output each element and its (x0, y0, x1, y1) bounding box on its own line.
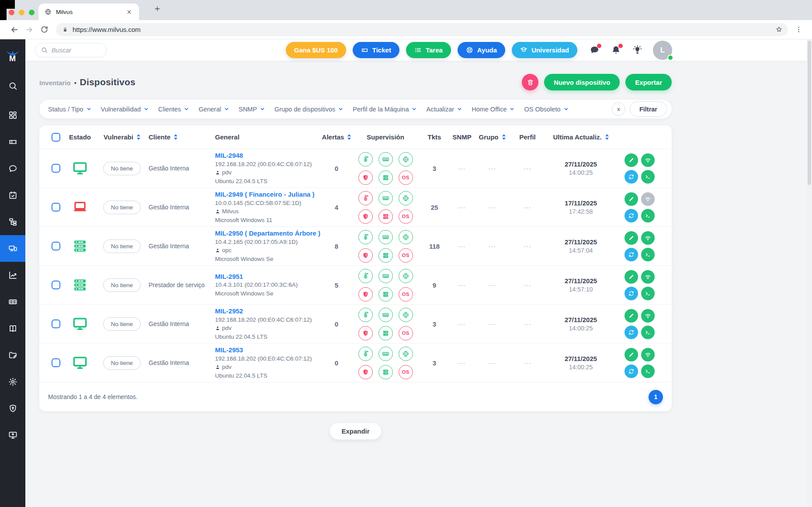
export-button[interactable]: Exportar (625, 74, 672, 90)
supervision-temperature[interactable] (358, 308, 373, 322)
bell-notifications-icon[interactable] (611, 45, 621, 55)
connection-status-button[interactable] (641, 270, 655, 284)
expand-button[interactable]: Expandir (330, 423, 381, 440)
sync-device-button[interactable] (625, 170, 638, 184)
supervision-temperature[interactable] (358, 152, 373, 167)
supervision-temperature[interactable] (358, 191, 373, 205)
delete-devices-button[interactable] (522, 74, 538, 90)
supervision-os[interactable]: OS (399, 170, 413, 185)
supervision-disk[interactable] (378, 248, 393, 263)
terminal-button[interactable] (641, 209, 655, 222)
sidebar-item-projects[interactable] (0, 342, 25, 368)
search-input[interactable]: Buscar (35, 43, 107, 57)
connection-status-button[interactable] (641, 348, 655, 361)
column-header-grupo[interactable]: Grupo (475, 133, 509, 141)
page-number-button[interactable]: 1 (649, 390, 663, 404)
university-button[interactable]: Universidad (512, 42, 577, 58)
device-name-link[interactable]: MIL-2948 (215, 152, 243, 159)
browser-menu-icon[interactable] (792, 25, 805, 34)
filter-snmp[interactable]: SNMP (239, 106, 265, 113)
new-tab-button[interactable] (151, 5, 163, 13)
supervision-antivirus[interactable] (358, 209, 373, 224)
sidebar-item-search[interactable] (0, 73, 25, 99)
user-avatar[interactable]: L (653, 41, 672, 60)
maximize-window-button[interactable] (29, 10, 35, 15)
clear-filters-button[interactable]: x (612, 102, 625, 116)
lightbulb-ideas-icon[interactable] (632, 45, 642, 55)
scrollbar-thumb[interactable] (808, 41, 811, 185)
terminal-button[interactable] (641, 365, 655, 378)
device-name-link[interactable]: MIL-2949 ( Financeiro - Juliana ) (215, 191, 315, 198)
sort-arrows-icon[interactable] (605, 134, 609, 140)
sidebar-item-chat[interactable] (0, 155, 25, 182)
filter-grupo-de-dispositivos[interactable]: Grupo de dispositivos (274, 106, 344, 113)
filter-general[interactable]: General (198, 106, 229, 113)
supervision-cpu[interactable] (399, 152, 413, 167)
filter-os-obsoleto[interactable]: OS Obsoleto (524, 106, 569, 113)
tab-close-icon[interactable] (125, 8, 133, 16)
sort-arrows-icon[interactable] (174, 134, 177, 140)
device-name-link[interactable]: MIL-2952 (215, 307, 243, 315)
device-name-link[interactable]: MIL-2953 (215, 346, 243, 354)
supervision-memory[interactable] (378, 152, 393, 167)
sidebar-item-settings[interactable] (0, 368, 25, 395)
terminal-button[interactable] (641, 170, 655, 184)
terminal-button[interactable] (641, 248, 655, 261)
row-checkbox[interactable] (52, 358, 60, 367)
supervision-antivirus[interactable] (358, 170, 373, 185)
supervision-cpu[interactable] (399, 308, 413, 322)
edit-device-button[interactable] (625, 231, 638, 245)
supervision-os[interactable]: OS (399, 326, 413, 340)
sync-device-button[interactable] (625, 248, 638, 261)
supervision-cpu[interactable] (399, 230, 413, 244)
sync-device-button[interactable] (625, 326, 638, 339)
supervision-disk[interactable] (378, 170, 393, 185)
supervision-disk[interactable] (378, 365, 393, 379)
connection-status-button[interactable] (641, 309, 655, 323)
supervision-temperature[interactable] (358, 230, 373, 244)
forward-icon[interactable] (22, 25, 37, 35)
scrollbar[interactable] (807, 39, 812, 507)
connection-status-button[interactable] (641, 153, 655, 167)
device-name-link[interactable]: MIL-2950 ( Departamento Árbore ) (215, 229, 320, 237)
device-name-link[interactable]: MIL-2951 (215, 273, 243, 280)
supervision-memory[interactable] (378, 191, 393, 205)
supervision-disk[interactable] (378, 326, 393, 340)
edit-device-button[interactable] (625, 309, 638, 323)
sync-device-button[interactable] (625, 365, 638, 378)
supervision-antivirus[interactable] (358, 365, 373, 379)
edit-device-button[interactable] (625, 270, 638, 284)
sort-arrows-icon[interactable] (137, 134, 140, 140)
supervision-os[interactable]: OS (399, 248, 413, 263)
column-header-cliente[interactable]: Cliente (149, 133, 208, 141)
sidebar-item-topology[interactable] (0, 208, 25, 235)
filter-perfil-de-la-m-quina[interactable]: Perfil de la Máquina (353, 106, 417, 113)
help-button[interactable]: Ayuda (458, 42, 505, 58)
supervision-os[interactable]: OS (399, 209, 413, 224)
connection-status-button[interactable] (641, 192, 655, 206)
sync-device-button[interactable] (625, 287, 638, 300)
edit-device-button[interactable] (625, 348, 638, 361)
sidebar-item-security[interactable] (0, 395, 25, 422)
task-button[interactable]: Tarea (406, 42, 451, 58)
sidebar-item-remote-install[interactable] (0, 422, 25, 448)
column-header-ultima-actualiz-[interactable]: Ultima Actualiz. (546, 133, 615, 141)
row-checkbox[interactable] (52, 319, 60, 328)
chat-notifications-icon[interactable] (590, 45, 600, 55)
terminal-button[interactable] (641, 326, 655, 339)
supervision-cpu[interactable] (399, 269, 413, 283)
terminal-button[interactable] (641, 287, 655, 300)
address-input[interactable]: https://www.milvus.com (56, 23, 788, 36)
new-device-button[interactable]: Nuevo dispositivo (544, 74, 620, 90)
apply-filter-button[interactable]: Filtrar (630, 101, 667, 117)
reward-button[interactable]: Gana $US 100 (286, 42, 346, 58)
ticket-button[interactable]: Ticket (353, 42, 399, 58)
row-checkbox[interactable] (52, 164, 60, 173)
row-checkbox[interactable] (52, 203, 60, 212)
supervision-temperature[interactable] (358, 269, 373, 283)
supervision-antivirus[interactable] (358, 326, 373, 340)
supervision-cpu[interactable] (399, 191, 413, 205)
sidebar-item-reports[interactable] (0, 262, 25, 288)
supervision-cpu[interactable] (399, 347, 413, 361)
sync-device-button[interactable] (625, 209, 638, 222)
